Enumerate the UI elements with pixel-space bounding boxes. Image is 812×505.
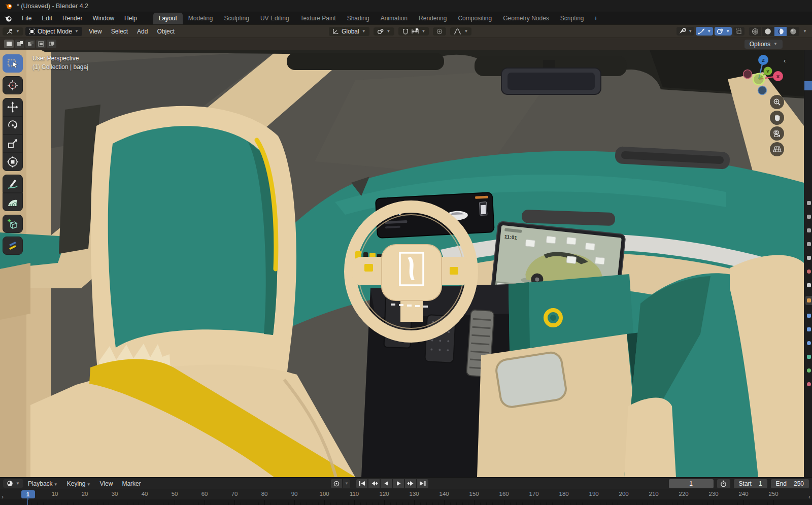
properties-tab-tool[interactable]: [806, 200, 812, 206]
rotate-tool[interactable]: [3, 116, 23, 134]
ruler-left-chevron-icon[interactable]: ›: [2, 493, 4, 500]
preview-range-stopwatch-icon[interactable]: [717, 479, 730, 488]
transform-orientation-selector[interactable]: Global▼: [329, 27, 369, 36]
gizmo-neg-z[interactable]: [758, 86, 767, 95]
camera-view-icon[interactable]: [770, 126, 784, 141]
menu-edit[interactable]: Edit: [37, 14, 57, 23]
sidebar-expand-chevron-icon[interactable]: ‹: [784, 57, 786, 64]
mode-selector[interactable]: Object Mode ▼: [25, 27, 82, 36]
toggle-ortho-icon[interactable]: [770, 142, 784, 156]
prev-keyframe-button[interactable]: [368, 479, 380, 488]
viewport-menu-select[interactable]: Select: [107, 27, 132, 36]
select-mode-invert-button[interactable]: [36, 40, 46, 48]
show-object-types-selector[interactable]: ▼: [676, 27, 694, 36]
gizmo-neg-y[interactable]: [753, 74, 764, 85]
proportional-falloff-selector[interactable]: ▼: [450, 27, 471, 36]
timeline-ruler[interactable]: › ‹ 110203040506070809010011012013014015…: [0, 489, 812, 505]
properties-tab-render[interactable]: [806, 214, 812, 220]
add-workspace-button[interactable]: +: [590, 14, 602, 23]
menu-render[interactable]: Render: [57, 14, 87, 23]
options-button[interactable]: Options▼: [745, 40, 783, 49]
timeline-menu-keying[interactable]: Keying ▼: [62, 479, 95, 488]
show-gizmos-toggle[interactable]: ▼: [696, 27, 713, 36]
viewport-menu-add[interactable]: Add: [132, 27, 152, 36]
workspace-tab-rendering[interactable]: Rendering: [413, 13, 452, 24]
next-keyframe-button[interactable]: [405, 479, 416, 488]
timeline-menu-playback[interactable]: Playback ▼: [23, 479, 62, 488]
properties-editor-strip[interactable]: [804, 50, 812, 477]
keying-set-dropdown[interactable]: ▼: [343, 479, 350, 488]
properties-tab-physics[interactable]: [806, 340, 812, 346]
menu-window[interactable]: Window: [87, 14, 119, 23]
properties-tab-collection[interactable]: [806, 282, 812, 288]
xray-toggle[interactable]: [733, 27, 745, 36]
shading-solid-button[interactable]: [762, 27, 774, 36]
timeline-editor-type-selector[interactable]: ▼: [3, 479, 23, 488]
ruler-right-chevron-icon[interactable]: ‹: [808, 493, 810, 500]
current-frame-badge[interactable]: 1: [21, 490, 35, 498]
properties-tab-object[interactable]: [805, 296, 812, 305]
play-reverse-button[interactable]: [381, 479, 392, 488]
select-mode-extend-button[interactable]: [15, 40, 24, 48]
play-button[interactable]: [393, 479, 404, 488]
properties-tab-scene[interactable]: [806, 255, 812, 261]
properties-tab-modifiers[interactable]: [806, 313, 812, 319]
menu-file[interactable]: File: [17, 14, 37, 23]
menu-help[interactable]: Help: [119, 14, 142, 23]
current-frame-field[interactable]: 1: [669, 479, 714, 488]
workspace-tab-texture-paint[interactable]: Texture Paint: [295, 13, 342, 24]
start-frame-field[interactable]: Start1: [734, 479, 767, 488]
jump-to-end-button[interactable]: [417, 479, 428, 488]
properties-tab-world[interactable]: [806, 268, 812, 275]
workspace-tab-shading[interactable]: Shading: [342, 13, 375, 24]
properties-tab-view-layer[interactable]: [806, 241, 812, 247]
workspace-tab-geometry-nodes[interactable]: Geometry Nodes: [497, 13, 555, 24]
properties-tab-particles[interactable]: [806, 326, 812, 332]
gizmo-neg-x[interactable]: [743, 70, 752, 79]
auto-keying-toggle[interactable]: [331, 479, 342, 488]
zoom-icon[interactable]: [770, 95, 784, 109]
end-frame-field[interactable]: End250: [771, 479, 809, 488]
workspace-tab-scripting[interactable]: Scripting: [555, 13, 590, 24]
transform-tool[interactable]: [3, 153, 23, 171]
proportional-editing-toggle[interactable]: [433, 27, 446, 36]
properties-tab-output[interactable]: [806, 227, 812, 233]
shading-dropdown[interactable]: ▼: [801, 29, 809, 33]
workspace-tab-animation[interactable]: Animation: [375, 13, 413, 24]
show-overlays-toggle[interactable]: ▼: [715, 27, 732, 36]
add-cube-tool[interactable]: [3, 215, 23, 233]
annotate-tool[interactable]: [3, 175, 23, 193]
move-tool[interactable]: [3, 98, 23, 116]
svg-text:X: X: [776, 74, 780, 79]
editor-type-selector[interactable]: ▼: [3, 27, 23, 36]
workspace-tab-sculpting[interactable]: Sculpting: [219, 13, 255, 24]
shading-wireframe-button[interactable]: [749, 27, 761, 36]
workspace-tab-compositing[interactable]: Compositing: [452, 13, 497, 24]
select-box-tool[interactable]: [3, 54, 23, 73]
properties-tab-material[interactable]: [806, 381, 812, 387]
shading-rendered-button[interactable]: [787, 27, 799, 36]
pan-hand-icon[interactable]: [770, 111, 784, 125]
timeline-menu-marker[interactable]: Marker: [117, 479, 145, 488]
shading-material-preview-button[interactable]: [774, 27, 787, 36]
addon-tool-tool[interactable]: [3, 237, 23, 255]
workspace-tab-modeling[interactable]: Modeling: [183, 13, 219, 24]
blender-menu-icon[interactable]: [4, 15, 13, 22]
workspace-tab-layout[interactable]: Layout: [153, 13, 183, 24]
jump-to-start-button[interactable]: [356, 479, 367, 488]
select-mode-subtract-button[interactable]: [25, 40, 35, 48]
snap-toggle-group[interactable]: ▼: [398, 27, 429, 36]
scale-tool[interactable]: [3, 134, 23, 153]
snap-target-selector[interactable]: ▼: [374, 27, 394, 36]
select-mode-intersect-button[interactable]: [47, 40, 56, 48]
workspace-tab-uv-editing[interactable]: UV Editing: [255, 13, 295, 24]
select-mode-set-button[interactable]: [4, 40, 14, 48]
viewport-menu-view[interactable]: View: [84, 27, 107, 36]
cursor-tool[interactable]: [3, 76, 23, 94]
measure-tool[interactable]: [3, 193, 23, 211]
properties-tab-constraints[interactable]: [806, 354, 812, 360]
timeline-menu-view[interactable]: View: [95, 479, 118, 488]
properties-tab-object-data[interactable]: [806, 367, 812, 374]
3d-viewport[interactable]: 0: [0, 50, 804, 477]
viewport-menu-object[interactable]: Object: [152, 27, 179, 36]
